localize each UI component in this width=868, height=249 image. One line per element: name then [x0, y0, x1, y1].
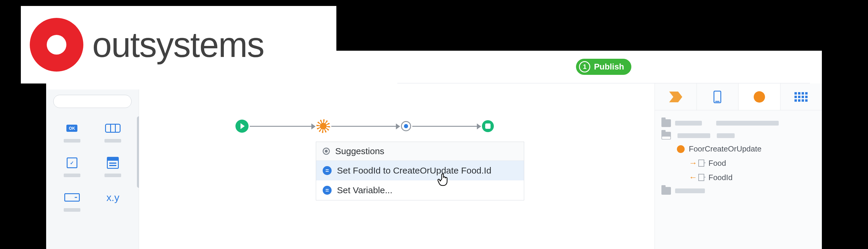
tool-ok-button[interactable]: OK [52, 122, 93, 142]
tree-action-row[interactable]: FoorCreateOrUpdate [661, 142, 819, 156]
publish-button[interactable]: 1 Publish [576, 59, 631, 75]
folder-icon [661, 187, 671, 195]
folder-open-icon [661, 132, 671, 140]
interface-icon [714, 91, 721, 103]
suggestions-popup: Suggestions = Set FoodId to CreateOrUpda… [316, 142, 524, 200]
start-node-icon[interactable] [236, 119, 249, 133]
toolbox-search-input[interactable] [53, 95, 131, 108]
suggestion-item-label: Set Variable... [337, 185, 392, 195]
brand-logo-icon [30, 18, 83, 72]
brand-logo-panel: outsystems [21, 6, 336, 83]
tree-param-out-row[interactable]: ← FoodId [661, 170, 819, 185]
tool-checkbox[interactable]: ✓ [52, 157, 93, 177]
tab-logic[interactable] [738, 83, 780, 110]
brand-logo-text: outsystems [92, 24, 264, 65]
suggestion-item[interactable]: = Set FoodId to CreateOrUpdate Food.Id [316, 161, 524, 181]
folder-icon [661, 119, 671, 127]
tree-action-label: FoorCreateOrUpdate [689, 144, 762, 154]
svg-marker-2 [669, 91, 682, 102]
toolbox-panel: OK ✓ x.y [46, 89, 139, 249]
tree-folder-row[interactable] [661, 130, 819, 142]
tool-input[interactable] [52, 191, 93, 212]
logic-icon [754, 91, 765, 103]
publish-step-badge: 1 [579, 61, 590, 73]
element-tree[interactable]: FoorCreateOrUpdate → Food ← FoodId [655, 110, 822, 197]
suggestion-item[interactable]: = Set Variable... [316, 181, 524, 200]
tab-processes[interactable] [655, 83, 696, 110]
suggestions-header-label: Suggestions [335, 146, 384, 156]
suggestion-item-label: Set FoodId to CreateOrUpdate Food.Id [337, 166, 491, 176]
processes-icon [669, 91, 682, 102]
publish-bar: 1 Publish [397, 51, 810, 83]
tree-param-in-row[interactable]: → Food [661, 156, 819, 170]
input-param-icon: → [689, 158, 704, 168]
data-icon [795, 92, 808, 102]
tree-param-label: FoodId [708, 173, 733, 182]
tree-folder-row[interactable] [661, 117, 819, 130]
tool-expression[interactable]: x.y [93, 191, 134, 212]
assign-icon: = [323, 166, 332, 175]
tool-container[interactable] [93, 122, 134, 142]
tab-data[interactable] [780, 83, 822, 110]
right-panel-tabs [655, 83, 822, 110]
tree-folder-row[interactable] [661, 185, 819, 197]
assign-icon: = [323, 186, 332, 195]
flow-arrow-icon [331, 126, 400, 127]
flow-arrow-icon [412, 126, 481, 127]
tree-param-label: Food [708, 159, 726, 168]
end-node-icon[interactable] [482, 120, 494, 132]
suggestions-header: Suggestions [316, 142, 524, 161]
flow-diagram [234, 119, 495, 133]
target-icon [323, 147, 330, 155]
flow-canvas[interactable]: Suggestions = Set FoodId to CreateOrUpda… [139, 89, 655, 249]
output-param-icon: ← [689, 173, 704, 182]
tool-form[interactable] [93, 157, 134, 177]
assign-node-icon[interactable] [401, 121, 411, 131]
action-icon [677, 145, 685, 153]
flow-arrow-icon [250, 126, 315, 127]
tab-interface[interactable] [696, 83, 739, 110]
publish-button-label: Publish [594, 62, 624, 72]
server-action-node-icon[interactable] [316, 119, 330, 133]
right-panel: FoorCreateOrUpdate → Food ← FoodId [655, 83, 822, 249]
